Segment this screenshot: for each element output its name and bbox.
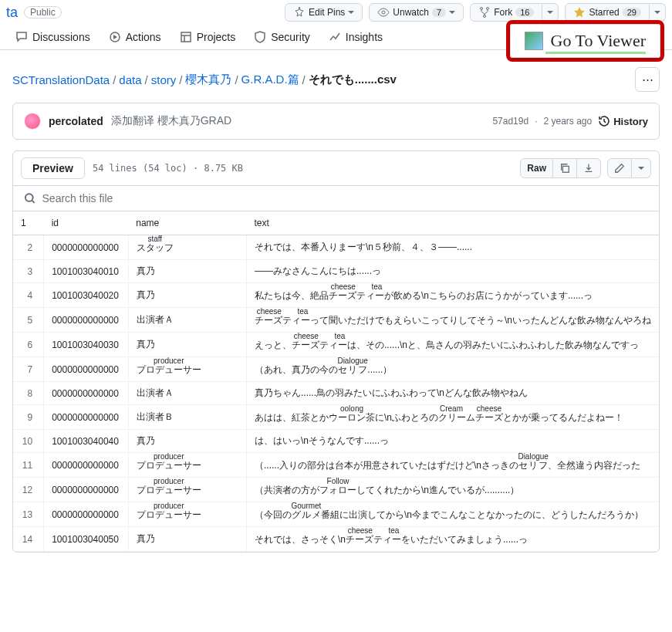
breadcrumb-part[interactable]: data bbox=[119, 73, 141, 86]
tab-insights[interactable]: Insights bbox=[319, 25, 392, 49]
svg-point-1 bbox=[481, 8, 483, 10]
line-number: 4 bbox=[13, 283, 44, 308]
edit-pins-button[interactable]: Edit Pins bbox=[285, 3, 363, 22]
commit-sha[interactable]: 57ad19d bbox=[492, 116, 528, 127]
cell-text: あはは、紅茶とかウーロン茶oolongに\nふわとろのクリームチーズCream … bbox=[246, 405, 659, 430]
cell-id: 0000000000000 bbox=[44, 382, 129, 405]
go-to-viewer-button[interactable]: Go To Viewer bbox=[506, 20, 664, 62]
line-number-header: 1 bbox=[13, 211, 44, 235]
table-row: 70000000000000プロデューサーproducer（あれ、真乃の今のセリ… bbox=[13, 357, 659, 382]
cell-name: 出演者Ｂ bbox=[128, 405, 246, 430]
cell-id: 0000000000000 bbox=[44, 453, 129, 478]
breadcrumb-part[interactable]: 櫻木真乃 bbox=[185, 73, 231, 87]
cell-name: プロデューサーproducer bbox=[128, 502, 246, 527]
unwatch-button[interactable]: Unwatch 7 bbox=[369, 3, 464, 22]
cell-id: 1001003040050 bbox=[44, 527, 129, 552]
tab-actions[interactable]: Actions bbox=[100, 25, 171, 49]
visibility-badge: Public bbox=[24, 6, 62, 19]
file-meta: 54 lines (54 loc) · 8.75 KB bbox=[93, 163, 243, 174]
cell-name: プロデューサーproducer bbox=[128, 453, 246, 478]
cell-name: 出演者Ａ bbox=[128, 308, 246, 333]
table-icon bbox=[180, 31, 192, 43]
commit-message[interactable]: 添加翻译 櫻木真乃GRAD bbox=[111, 114, 231, 128]
history-link[interactable]: History bbox=[598, 115, 648, 127]
avatar[interactable] bbox=[24, 113, 41, 130]
cell-text: は、はいっ\nそうなんです......っ bbox=[246, 430, 659, 453]
cell-name: プロデューサーproducer bbox=[128, 357, 246, 382]
svg-rect-5 bbox=[181, 32, 191, 42]
line-number: 7 bbox=[13, 357, 44, 382]
shield-icon bbox=[254, 31, 266, 43]
fork-icon bbox=[478, 6, 491, 19]
latest-commit: percolated 添加翻译 櫻木真乃GRAD 57ad19d · 2 yea… bbox=[12, 103, 660, 140]
table-row: 101001003040040真乃は、はいっ\nそうなんです......っ bbox=[13, 430, 659, 453]
download-icon bbox=[583, 163, 594, 174]
line-number: 13 bbox=[13, 502, 44, 527]
table-row: 110000000000000プロデューサーproducer（......入りの… bbox=[13, 453, 659, 478]
line-number: 14 bbox=[13, 527, 44, 552]
comment-icon bbox=[15, 31, 28, 43]
repo-name-suffix[interactable]: ta bbox=[6, 5, 18, 21]
table-row: 41001003040020真乃私たちは今、絶品チーズティーcheese tea… bbox=[13, 283, 659, 308]
cell-text: （共演者の方がフォローFollowしてくれたから\n進んでいるが........… bbox=[246, 478, 659, 502]
svg-point-3 bbox=[484, 15, 486, 18]
table-row: 31001003040010真乃――みなさんこんにちは......っ bbox=[13, 260, 659, 283]
starred-dropdown[interactable] bbox=[650, 3, 666, 22]
commit-author[interactable]: percolated bbox=[49, 115, 103, 127]
cell-id: 1001003040040 bbox=[44, 430, 129, 453]
cell-name: プロデューサーproducer bbox=[128, 478, 246, 502]
cell-name: 真乃 bbox=[128, 283, 246, 308]
line-number: 5 bbox=[13, 308, 44, 333]
raw-button[interactable]: Raw bbox=[520, 158, 553, 178]
tab-projects[interactable]: Projects bbox=[171, 25, 245, 49]
eye-icon bbox=[377, 6, 390, 19]
cell-text: それでは、さっそく\nチーズティーcheese teaをいただいてみましょう..… bbox=[246, 527, 659, 552]
cell-id: 1001003040020 bbox=[44, 283, 129, 308]
preview-button[interactable]: Preview bbox=[21, 157, 85, 179]
pin-icon bbox=[293, 6, 306, 19]
breadcrumb-part[interactable]: G.R.A.D.篇 bbox=[241, 73, 299, 87]
svg-rect-6 bbox=[562, 166, 569, 172]
breadcrumb-part[interactable]: story bbox=[151, 73, 177, 86]
star-icon bbox=[573, 6, 586, 19]
edit-button[interactable] bbox=[607, 158, 632, 178]
download-button[interactable] bbox=[577, 158, 601, 178]
tab-discussions[interactable]: Discussions bbox=[6, 25, 100, 49]
more-actions-button[interactable]: ⋯ bbox=[635, 67, 660, 92]
tab-security[interactable]: Security bbox=[245, 25, 319, 49]
breadcrumb-root[interactable]: SCTranslationData bbox=[12, 73, 110, 86]
line-number: 10 bbox=[13, 430, 44, 453]
line-number: 12 bbox=[13, 478, 44, 502]
line-number: 9 bbox=[13, 405, 44, 430]
cell-id: 0000000000000 bbox=[44, 235, 129, 260]
line-number: 2 bbox=[13, 235, 44, 260]
line-number: 3 bbox=[13, 260, 44, 283]
play-icon bbox=[109, 31, 121, 43]
copy-icon bbox=[559, 163, 570, 174]
fork-button[interactable]: Fork 16 bbox=[470, 3, 542, 22]
col-text: text bbox=[246, 211, 659, 235]
table-row: 141001003040050真乃それでは、さっそく\nチーズティーcheese… bbox=[13, 527, 659, 552]
search-input[interactable] bbox=[42, 192, 648, 204]
cell-name: スタッフstaff bbox=[128, 235, 246, 260]
line-number: 6 bbox=[13, 333, 44, 357]
cell-text: （あれ、真乃の今のセリフDialogue......） bbox=[246, 357, 659, 382]
line-number: 11 bbox=[13, 453, 44, 478]
edit-dropdown[interactable] bbox=[632, 158, 651, 178]
cell-text: （今回のグルメGourmet番組に出演してから\n今までこんなことなかったのに、… bbox=[246, 502, 659, 527]
starred-button[interactable]: Starred 29 bbox=[565, 3, 650, 22]
table-row: 50000000000000出演者Ａチーズティーcheese teaって聞いただ… bbox=[13, 308, 659, 333]
svg-point-7 bbox=[25, 194, 33, 201]
cell-text: えっと、チーズティーcheese teaは、その......\nと、鳥さんの羽み… bbox=[246, 333, 659, 357]
col-id: id bbox=[44, 211, 129, 235]
col-name: name bbox=[128, 211, 246, 235]
cell-text: 私たちは今、絶品チーズティーcheese teaが飲める\nこちらのお店にうかが… bbox=[246, 283, 659, 308]
cell-name: 真乃 bbox=[128, 333, 246, 357]
viewer-icon bbox=[525, 32, 543, 50]
copy-button[interactable] bbox=[553, 158, 577, 178]
fork-dropdown[interactable] bbox=[542, 3, 559, 22]
table-row: 80000000000000出演者Ａ真乃ちゃん......鳥の羽みたいにふわふわ… bbox=[13, 382, 659, 405]
graph-icon bbox=[329, 31, 341, 43]
breadcrumb: SCTranslationData/ data/ story/ 櫻木真乃/ G.… bbox=[12, 67, 660, 92]
cell-id: 0000000000000 bbox=[44, 405, 129, 430]
